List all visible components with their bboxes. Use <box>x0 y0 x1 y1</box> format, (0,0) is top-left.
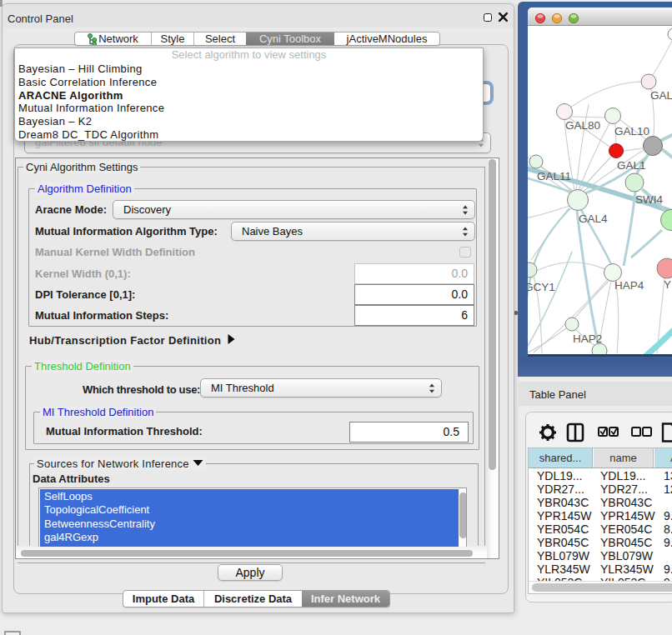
svg-text:GAL1: GAL1 <box>617 159 646 172</box>
svg-text:GAL11: GAL11 <box>537 170 571 182</box>
svg-text:SWI4: SWI4 <box>635 193 663 206</box>
svg-text:HAP4: HAP4 <box>614 279 644 292</box>
svg-text:HAP2: HAP2 <box>573 332 602 345</box>
svg-text:GCY1: GCY1 <box>528 281 555 293</box>
svg-text:GAL10: GAL10 <box>614 125 649 138</box>
svg-text:Y: Y <box>664 278 671 291</box>
svg-text:GAL4: GAL4 <box>579 212 608 225</box>
svg-text:GAL7: GAL7 <box>650 89 672 102</box>
svg-text:GAL80: GAL80 <box>565 119 600 132</box>
